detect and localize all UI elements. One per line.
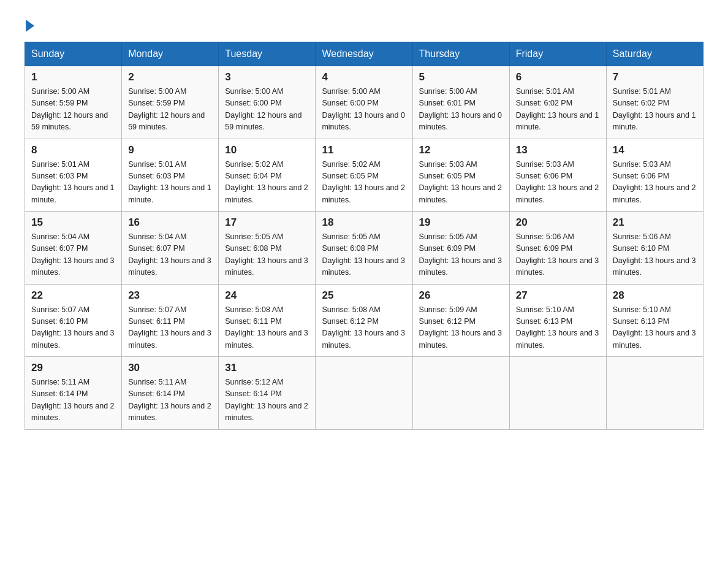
table-row: 5Sunrise: 5:00 AMSunset: 6:01 PMDaylight…	[412, 66, 509, 139]
table-row: 16Sunrise: 5:04 AMSunset: 6:07 PMDayligh…	[122, 212, 219, 285]
logo	[25, 18, 34, 29]
day-number: 14	[613, 144, 697, 156]
table-row: 10Sunrise: 5:02 AMSunset: 6:04 PMDayligh…	[219, 139, 316, 212]
day-info: Sunrise: 5:10 AMSunset: 6:13 PMDaylight:…	[613, 304, 697, 352]
table-row: 30Sunrise: 5:11 AMSunset: 6:14 PMDayligh…	[122, 357, 219, 430]
day-number: 6	[516, 71, 600, 83]
day-number: 30	[128, 362, 212, 374]
day-info: Sunrise: 5:00 AMSunset: 5:59 PMDaylight:…	[31, 86, 115, 134]
day-info: Sunrise: 5:02 AMSunset: 6:05 PMDaylight:…	[322, 159, 406, 207]
table-row: 4Sunrise: 5:00 AMSunset: 6:00 PMDaylight…	[316, 66, 412, 139]
header-sunday: Sunday	[25, 42, 122, 66]
day-info: Sunrise: 5:01 AMSunset: 6:03 PMDaylight:…	[31, 159, 115, 207]
day-info: Sunrise: 5:05 AMSunset: 6:09 PMDaylight:…	[419, 231, 503, 279]
header-thursday: Thursday	[412, 42, 509, 66]
day-info: Sunrise: 5:08 AMSunset: 6:12 PMDaylight:…	[322, 304, 406, 352]
header-friday: Friday	[509, 42, 606, 66]
table-row: 9Sunrise: 5:01 AMSunset: 6:03 PMDaylight…	[122, 139, 219, 212]
table-row: 2Sunrise: 5:00 AMSunset: 5:59 PMDaylight…	[122, 66, 219, 139]
day-info: Sunrise: 5:00 AMSunset: 6:01 PMDaylight:…	[419, 86, 503, 134]
header-saturday: Saturday	[606, 42, 703, 66]
day-info: Sunrise: 5:01 AMSunset: 6:02 PMDaylight:…	[613, 86, 697, 134]
day-info: Sunrise: 5:09 AMSunset: 6:12 PMDaylight:…	[419, 304, 503, 352]
table-row: 1Sunrise: 5:00 AMSunset: 5:59 PMDaylight…	[25, 66, 122, 139]
day-number: 7	[613, 71, 697, 83]
table-row: 7Sunrise: 5:01 AMSunset: 6:02 PMDaylight…	[606, 66, 703, 139]
day-info: Sunrise: 5:07 AMSunset: 6:11 PMDaylight:…	[128, 304, 212, 352]
header-monday: Monday	[122, 42, 219, 66]
table-row: 8Sunrise: 5:01 AMSunset: 6:03 PMDaylight…	[25, 139, 122, 212]
day-number: 3	[225, 71, 309, 83]
day-number: 15	[31, 216, 115, 229]
table-row: 6Sunrise: 5:01 AMSunset: 6:02 PMDaylight…	[509, 66, 606, 139]
table-row: 17Sunrise: 5:05 AMSunset: 6:08 PMDayligh…	[219, 212, 316, 285]
day-number: 17	[225, 216, 309, 229]
day-number: 9	[128, 144, 212, 156]
header-wednesday: Wednesday	[316, 42, 412, 66]
day-number: 5	[419, 71, 503, 83]
day-info: Sunrise: 5:00 AMSunset: 6:00 PMDaylight:…	[322, 86, 406, 134]
day-number: 27	[516, 289, 600, 302]
day-info: Sunrise: 5:00 AMSunset: 6:00 PMDaylight:…	[225, 86, 309, 134]
day-number: 8	[31, 144, 115, 156]
table-row: 21Sunrise: 5:06 AMSunset: 6:10 PMDayligh…	[606, 212, 703, 285]
day-number: 28	[613, 289, 697, 302]
table-row	[606, 357, 703, 430]
logo-triangle-icon	[26, 20, 34, 32]
table-row: 24Sunrise: 5:08 AMSunset: 6:11 PMDayligh…	[219, 284, 316, 357]
day-number: 22	[31, 289, 115, 302]
day-info: Sunrise: 5:07 AMSunset: 6:10 PMDaylight:…	[31, 304, 115, 352]
day-info: Sunrise: 5:04 AMSunset: 6:07 PMDaylight:…	[128, 231, 212, 279]
day-number: 11	[322, 144, 406, 156]
day-info: Sunrise: 5:02 AMSunset: 6:04 PMDaylight:…	[225, 159, 309, 207]
page-header	[25, 18, 703, 29]
table-row: 3Sunrise: 5:00 AMSunset: 6:00 PMDaylight…	[219, 66, 316, 139]
table-row: 26Sunrise: 5:09 AMSunset: 6:12 PMDayligh…	[412, 284, 509, 357]
table-row: 29Sunrise: 5:11 AMSunset: 6:14 PMDayligh…	[25, 357, 122, 430]
day-info: Sunrise: 5:11 AMSunset: 6:14 PMDaylight:…	[31, 377, 115, 424]
table-row: 23Sunrise: 5:07 AMSunset: 6:11 PMDayligh…	[122, 284, 219, 357]
day-info: Sunrise: 5:10 AMSunset: 6:13 PMDaylight:…	[516, 304, 600, 352]
day-info: Sunrise: 5:04 AMSunset: 6:07 PMDaylight:…	[31, 231, 115, 279]
day-info: Sunrise: 5:03 AMSunset: 6:06 PMDaylight:…	[516, 159, 600, 207]
day-info: Sunrise: 5:01 AMSunset: 6:03 PMDaylight:…	[128, 159, 212, 207]
day-number: 10	[225, 144, 309, 156]
table-row: 25Sunrise: 5:08 AMSunset: 6:12 PMDayligh…	[316, 284, 412, 357]
table-row: 20Sunrise: 5:06 AMSunset: 6:09 PMDayligh…	[509, 212, 606, 285]
day-info: Sunrise: 5:11 AMSunset: 6:14 PMDaylight:…	[128, 377, 212, 424]
week-row-1: 1Sunrise: 5:00 AMSunset: 5:59 PMDaylight…	[25, 66, 703, 139]
calendar-body: 1Sunrise: 5:00 AMSunset: 5:59 PMDaylight…	[25, 66, 703, 430]
day-info: Sunrise: 5:05 AMSunset: 6:08 PMDaylight:…	[225, 231, 309, 279]
header-tuesday: Tuesday	[219, 42, 316, 66]
week-row-2: 8Sunrise: 5:01 AMSunset: 6:03 PMDaylight…	[25, 139, 703, 212]
day-number: 26	[419, 289, 503, 302]
day-number: 2	[128, 71, 212, 83]
day-number: 1	[31, 71, 115, 83]
calendar-table: SundayMondayTuesdayWednesdayThursdayFrid…	[25, 42, 703, 430]
day-info: Sunrise: 5:12 AMSunset: 6:14 PMDaylight:…	[225, 377, 309, 424]
day-number: 24	[225, 289, 309, 302]
day-info: Sunrise: 5:06 AMSunset: 6:10 PMDaylight:…	[613, 231, 697, 279]
day-number: 25	[322, 289, 406, 302]
day-info: Sunrise: 5:06 AMSunset: 6:09 PMDaylight:…	[516, 231, 600, 279]
table-row: 18Sunrise: 5:05 AMSunset: 6:08 PMDayligh…	[316, 212, 412, 285]
day-number: 12	[419, 144, 503, 156]
day-number: 23	[128, 289, 212, 302]
calendar-header: SundayMondayTuesdayWednesdayThursdayFrid…	[25, 42, 703, 66]
table-row	[316, 357, 412, 430]
table-row: 13Sunrise: 5:03 AMSunset: 6:06 PMDayligh…	[509, 139, 606, 212]
table-row	[509, 357, 606, 430]
day-number: 13	[516, 144, 600, 156]
day-info: Sunrise: 5:08 AMSunset: 6:11 PMDaylight:…	[225, 304, 309, 352]
day-info: Sunrise: 5:03 AMSunset: 6:06 PMDaylight:…	[613, 159, 697, 207]
table-row: 12Sunrise: 5:03 AMSunset: 6:05 PMDayligh…	[412, 139, 509, 212]
week-row-3: 15Sunrise: 5:04 AMSunset: 6:07 PMDayligh…	[25, 212, 703, 285]
table-row: 28Sunrise: 5:10 AMSunset: 6:13 PMDayligh…	[606, 284, 703, 357]
day-number: 4	[322, 71, 406, 83]
table-row	[412, 357, 509, 430]
day-number: 18	[322, 216, 406, 229]
table-row: 15Sunrise: 5:04 AMSunset: 6:07 PMDayligh…	[25, 212, 122, 285]
day-info: Sunrise: 5:01 AMSunset: 6:02 PMDaylight:…	[516, 86, 600, 134]
table-row: 27Sunrise: 5:10 AMSunset: 6:13 PMDayligh…	[509, 284, 606, 357]
day-number: 19	[419, 216, 503, 229]
